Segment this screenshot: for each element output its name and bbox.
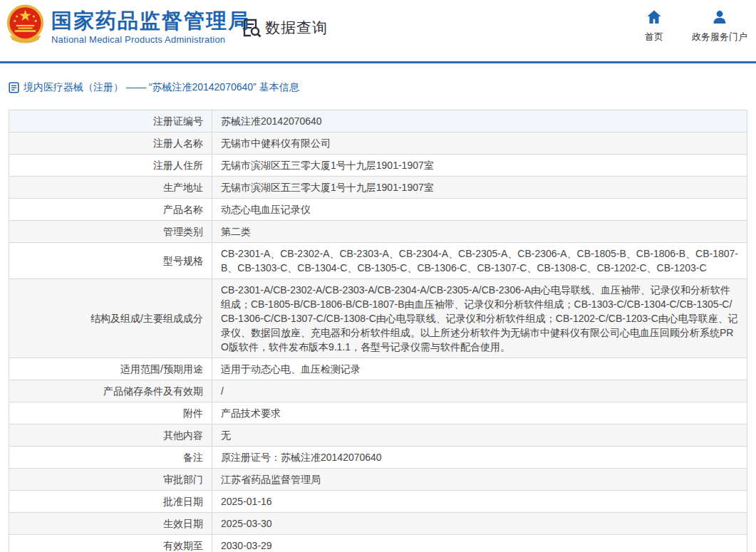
- row-label: 产品储存条件及有效期: [9, 380, 212, 402]
- table-row: 管理类别 第二类: [9, 221, 747, 243]
- row-label: 附件: [9, 402, 212, 425]
- table-row: 生产地址 无锡市滨湖区五三零大厦1号十九层1901-1907室: [9, 177, 747, 199]
- top-nav: 首页 政务服务门户: [645, 9, 747, 43]
- row-label: 管理类别: [9, 221, 212, 243]
- table-row: 其他内容 无: [9, 425, 747, 447]
- row-label: 其他内容: [9, 425, 212, 447]
- user-icon: [711, 9, 728, 26]
- national-emblem-logo: [6, 3, 45, 46]
- table-row: 适用范围/预期用途 适用于动态心电、血压检测记录: [9, 358, 747, 380]
- nav-portal[interactable]: 政务服务门户: [692, 9, 747, 43]
- table-row: 产品储存条件及有效期 /: [9, 380, 747, 402]
- home-icon: [646, 9, 663, 26]
- row-value: 无锡市滨湖区五三零大厦1号十九层1901-1907室: [212, 155, 747, 177]
- row-label: 注册证编号: [9, 110, 212, 132]
- row-value: 适用于动态心电、血压检测记录: [212, 358, 747, 380]
- row-value: /: [212, 380, 747, 402]
- row-value: 原注册证号：苏械注准20142070640: [212, 447, 747, 469]
- row-label: 产品名称: [9, 199, 212, 221]
- row-value: 2025-03-30: [212, 513, 747, 535]
- breadcrumb-text: 境内医疗器械（注册） —— “苏械注准20142070640” 基本信息: [24, 81, 299, 94]
- table-row: 附件 产品技术要求: [9, 402, 747, 425]
- agency-subtitle: National Medical Products Administration: [51, 34, 250, 45]
- page: 国家药品监督管理局 National Medical Products Admi…: [0, 0, 756, 552]
- table-row: 型号规格 CB-2301-A、CB-2302-A、CB-2303-A、CB-23…: [9, 243, 747, 279]
- row-label: 结构及组成/主要组成成分: [9, 279, 212, 358]
- table-row: 生效日期 2025-03-30: [9, 513, 747, 535]
- row-value: 无: [212, 425, 747, 447]
- row-label: 生效日期: [9, 513, 212, 535]
- row-value: 动态心电血压记录仪: [212, 199, 747, 221]
- row-value: CB-2301-A、CB-2302-A、CB-2303-A、CB-2304-A、…: [212, 243, 747, 279]
- row-label: 备注: [9, 447, 212, 469]
- data-query-section[interactable]: 数据查询: [241, 17, 328, 38]
- table-row: 备注 原注册证号：苏械注准20142070640: [9, 447, 747, 469]
- table-row: 注册证编号 苏械注准20142070640: [9, 110, 747, 132]
- row-value: 2030-03-29: [212, 535, 747, 552]
- nav-home[interactable]: 首页: [645, 9, 663, 43]
- nav-home-label: 首页: [645, 31, 663, 43]
- row-value: 苏械注准20142070640: [212, 110, 747, 132]
- breadcrumb: 境内医疗器械（注册） —— “苏械注准20142070640” 基本信息: [0, 63, 756, 103]
- row-label: 生产地址: [9, 177, 212, 199]
- row-label: 注册人名称: [9, 132, 212, 155]
- row-label: 型号规格: [9, 243, 212, 279]
- row-value: CB-2301-A/CB-2302-A/CB-2303-A/CB-2304-A/…: [212, 279, 747, 358]
- data-query-icon: [241, 17, 262, 38]
- table-row: 审批部门 江苏省药品监督管理局: [9, 469, 747, 491]
- row-label: 有效期至: [9, 535, 212, 552]
- table-row: 批准日期 2025-01-16: [9, 491, 747, 513]
- table-row: 结构及组成/主要组成成分 CB-2301-A/CB-2302-A/CB-2303…: [9, 279, 747, 358]
- row-value: 产品技术要求: [212, 402, 747, 425]
- table-row: 注册人住所 无锡市滨湖区五三零大厦1号十九层1901-1907室: [9, 155, 747, 177]
- data-query-label: 数据查询: [265, 18, 328, 38]
- row-label: 批准日期: [9, 491, 212, 513]
- table-row: 注册人名称 无锡市中健科仪有限公司: [9, 132, 747, 155]
- brand-block: 国家药品监督管理局 National Medical Products Admi…: [51, 9, 250, 45]
- registration-info-table: 注册证编号 苏械注准20142070640 注册人名称 无锡市中健科仪有限公司 …: [9, 110, 747, 552]
- row-label: 审批部门: [9, 469, 212, 491]
- row-label: 注册人住所: [9, 155, 212, 177]
- document-icon: [9, 82, 19, 93]
- table-row: 有效期至 2030-03-29: [9, 535, 747, 552]
- row-value: 第二类: [212, 221, 747, 243]
- row-label: 适用范围/预期用途: [9, 358, 212, 380]
- table-row: 产品名称 动态心电血压记录仪: [9, 199, 747, 221]
- header: 国家药品监督管理局 National Medical Products Admi…: [0, 0, 756, 63]
- row-value: 无锡市中健科仪有限公司: [212, 132, 747, 155]
- agency-title: 国家药品监督管理局: [51, 9, 250, 33]
- nav-portal-label: 政务服务门户: [692, 31, 747, 43]
- row-value: 江苏省药品监督管理局: [212, 469, 747, 491]
- row-value: 2025-01-16: [212, 491, 747, 513]
- row-value: 无锡市滨湖区五三零大厦1号十九层1901-1907室: [212, 177, 747, 199]
